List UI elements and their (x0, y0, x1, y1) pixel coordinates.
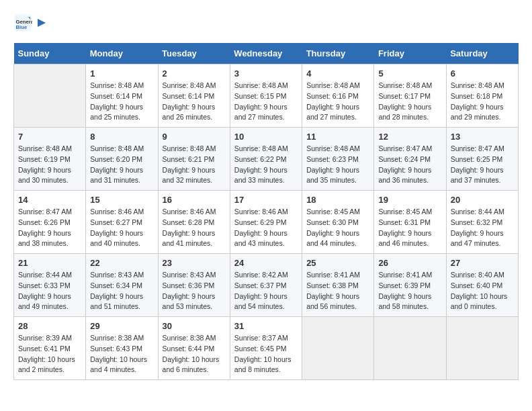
sunset-text: Sunset: 6:21 PM (163, 155, 215, 163)
sunrise-text: Sunrise: 8:46 AM (90, 208, 144, 216)
calendar-cell: 12 Sunrise: 8:47 AM Sunset: 6:24 PM Dayl… (374, 128, 446, 191)
sunset-text: Sunset: 6:17 PM (378, 92, 431, 100)
sunrise-text: Sunrise: 8:41 AM (306, 271, 360, 279)
daylight-text: Daylight: 9 hours and 53 minutes. (163, 292, 216, 311)
day-number: 19 (378, 195, 441, 205)
sunrise-text: Sunrise: 8:48 AM (306, 81, 360, 89)
sunset-text: Sunset: 6:31 PM (378, 218, 431, 226)
sunrise-text: Sunrise: 8:48 AM (163, 81, 216, 89)
calendar-week-row: 14 Sunrise: 8:47 AM Sunset: 6:26 PM Dayl… (14, 191, 519, 254)
sunrise-text: Sunrise: 8:41 AM (378, 271, 432, 279)
day-number: 31 (234, 321, 298, 331)
day-number: 12 (378, 132, 441, 142)
sunset-text: Sunset: 6:38 PM (306, 281, 359, 289)
sunrise-text: Sunrise: 8:48 AM (18, 144, 72, 152)
day-info: Sunrise: 8:46 AM Sunset: 6:29 PM Dayligh… (234, 207, 298, 249)
calendar-cell (302, 317, 374, 380)
calendar-cell: 28 Sunrise: 8:39 AM Sunset: 6:41 PM Dayl… (14, 317, 86, 380)
calendar-cell: 27 Sunrise: 8:40 AM Sunset: 6:40 PM Dayl… (446, 254, 518, 317)
sunrise-text: Sunrise: 8:48 AM (234, 81, 288, 89)
daylight-text: Daylight: 10 hours and 8 minutes. (234, 355, 292, 374)
sunrise-text: Sunrise: 8:48 AM (90, 144, 144, 152)
daylight-text: Daylight: 9 hours and 33 minutes. (234, 166, 287, 185)
sunset-text: Sunset: 6:37 PM (234, 281, 287, 289)
col-saturday: Saturday (446, 43, 518, 64)
daylight-text: Daylight: 9 hours and 38 minutes. (18, 229, 71, 248)
calendar-cell (14, 64, 86, 128)
sunset-text: Sunset: 6:16 PM (306, 92, 359, 100)
day-info: Sunrise: 8:47 AM Sunset: 6:25 PM Dayligh… (451, 144, 514, 186)
day-number: 21 (18, 258, 81, 268)
daylight-text: Daylight: 9 hours and 41 minutes. (163, 229, 216, 248)
sunset-text: Sunset: 6:36 PM (163, 281, 215, 289)
sunset-text: Sunset: 6:39 PM (378, 281, 431, 289)
day-number: 4 (306, 68, 369, 79)
day-number: 3 (234, 68, 298, 79)
calendar-cell: 6 Sunrise: 8:48 AM Sunset: 6:18 PM Dayli… (446, 64, 518, 128)
day-number: 1 (90, 68, 153, 79)
sunrise-text: Sunrise: 8:47 AM (378, 144, 432, 152)
calendar-cell: 17 Sunrise: 8:46 AM Sunset: 6:29 PM Dayl… (230, 191, 302, 254)
sunset-text: Sunset: 6:26 PM (18, 218, 71, 226)
day-number: 7 (18, 132, 81, 142)
sunset-text: Sunset: 6:14 PM (163, 92, 215, 100)
sunset-text: Sunset: 6:45 PM (234, 345, 287, 353)
sunrise-text: Sunrise: 8:47 AM (18, 208, 72, 216)
day-info: Sunrise: 8:41 AM Sunset: 6:39 PM Dayligh… (378, 270, 441, 312)
sunset-text: Sunset: 6:32 PM (451, 218, 503, 226)
day-number: 11 (306, 132, 369, 142)
daylight-text: Daylight: 9 hours and 46 minutes. (378, 229, 431, 248)
sunset-text: Sunset: 6:43 PM (90, 345, 142, 353)
daylight-text: Daylight: 9 hours and 29 minutes. (451, 103, 504, 122)
sunrise-text: Sunrise: 8:37 AM (234, 334, 288, 342)
day-info: Sunrise: 8:48 AM Sunset: 6:15 PM Dayligh… (234, 81, 298, 123)
col-sunday: Sunday (14, 43, 86, 64)
sunrise-text: Sunrise: 8:45 AM (378, 208, 432, 216)
sunrise-text: Sunrise: 8:44 AM (451, 208, 504, 216)
calendar-cell: 4 Sunrise: 8:48 AM Sunset: 6:16 PM Dayli… (302, 64, 374, 128)
day-info: Sunrise: 8:48 AM Sunset: 6:19 PM Dayligh… (18, 144, 81, 186)
day-number: 28 (18, 321, 81, 331)
calendar-cell: 7 Sunrise: 8:48 AM Sunset: 6:19 PM Dayli… (14, 128, 86, 191)
calendar-cell: 15 Sunrise: 8:46 AM Sunset: 6:27 PM Dayl… (86, 191, 158, 254)
calendar-cell: 21 Sunrise: 8:44 AM Sunset: 6:33 PM Dayl… (14, 254, 86, 317)
sunset-text: Sunset: 6:14 PM (90, 92, 142, 100)
sunset-text: Sunset: 6:24 PM (378, 155, 431, 163)
day-info: Sunrise: 8:38 AM Sunset: 6:44 PM Dayligh… (163, 333, 226, 375)
calendar-cell: 11 Sunrise: 8:48 AM Sunset: 6:23 PM Dayl… (302, 128, 374, 191)
sunrise-text: Sunrise: 8:43 AM (163, 271, 216, 279)
sunset-text: Sunset: 6:30 PM (306, 218, 359, 226)
daylight-text: Daylight: 10 hours and 0 minutes. (451, 292, 508, 311)
daylight-text: Daylight: 9 hours and 37 minutes. (451, 166, 504, 185)
sunset-text: Sunset: 6:18 PM (451, 92, 503, 100)
daylight-text: Daylight: 9 hours and 51 minutes. (90, 292, 143, 311)
calendar-cell: 14 Sunrise: 8:47 AM Sunset: 6:26 PM Dayl… (14, 191, 86, 254)
day-info: Sunrise: 8:48 AM Sunset: 6:16 PM Dayligh… (306, 81, 369, 123)
calendar-table: Sunday Monday Tuesday Wednesday Thursday… (13, 43, 519, 380)
day-info: Sunrise: 8:48 AM Sunset: 6:22 PM Dayligh… (234, 144, 298, 186)
calendar-header-row: Sunday Monday Tuesday Wednesday Thursday… (14, 43, 519, 64)
logo-icon: General Blue (13, 13, 32, 32)
day-info: Sunrise: 8:47 AM Sunset: 6:24 PM Dayligh… (378, 144, 441, 186)
day-info: Sunrise: 8:48 AM Sunset: 6:23 PM Dayligh… (306, 144, 369, 186)
daylight-text: Daylight: 9 hours and 44 minutes. (306, 229, 359, 248)
day-info: Sunrise: 8:44 AM Sunset: 6:33 PM Dayligh… (18, 270, 81, 312)
col-tuesday: Tuesday (158, 43, 230, 64)
sunrise-text: Sunrise: 8:48 AM (234, 144, 288, 152)
sunset-text: Sunset: 6:34 PM (90, 281, 142, 289)
day-number: 6 (451, 68, 514, 79)
sunrise-text: Sunrise: 8:42 AM (234, 271, 288, 279)
svg-text:Blue: Blue (16, 24, 28, 30)
daylight-text: Daylight: 9 hours and 32 minutes. (163, 166, 216, 185)
calendar-cell: 23 Sunrise: 8:43 AM Sunset: 6:36 PM Dayl… (158, 254, 230, 317)
sunset-text: Sunset: 6:25 PM (451, 155, 503, 163)
day-number: 29 (90, 321, 153, 331)
day-number: 20 (451, 195, 514, 205)
sunset-text: Sunset: 6:22 PM (234, 155, 287, 163)
day-number: 13 (451, 132, 514, 142)
daylight-text: Daylight: 9 hours and 28 minutes. (378, 103, 431, 122)
col-wednesday: Wednesday (230, 43, 302, 64)
day-info: Sunrise: 8:48 AM Sunset: 6:14 PM Dayligh… (90, 81, 153, 123)
daylight-text: Daylight: 9 hours and 26 minutes. (163, 103, 216, 122)
day-info: Sunrise: 8:48 AM Sunset: 6:14 PM Dayligh… (163, 81, 226, 123)
